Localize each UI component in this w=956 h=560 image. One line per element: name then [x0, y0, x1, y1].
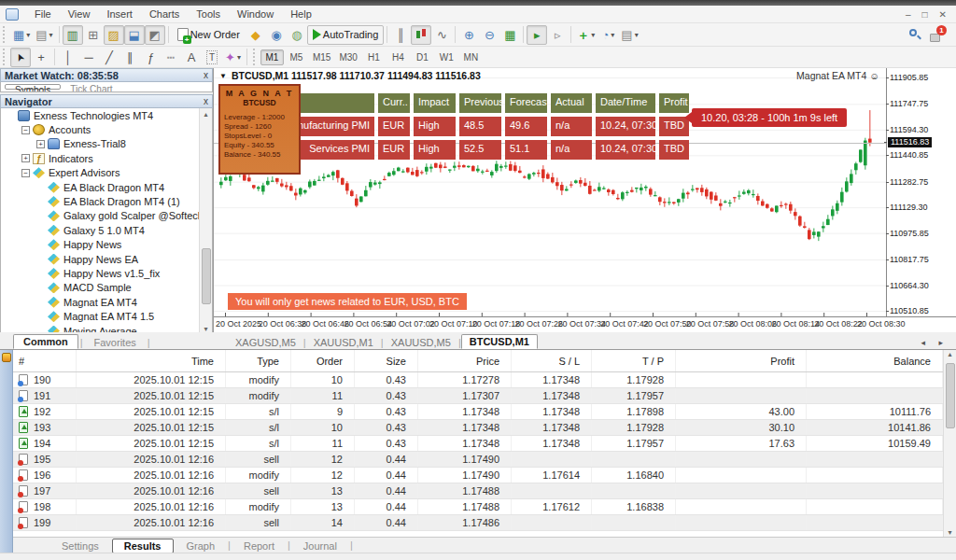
timeframe-button-m15[interactable]: M15 — [309, 49, 334, 65]
tester-row[interactable]: 1982025.10.01 12:16modify130.441.174881.… — [13, 499, 943, 515]
cursor-tool[interactable]: ➤ — [10, 48, 31, 67]
tree-item-magnat-ea-mt4[interactable]: Magnat EA MT4 — [1, 295, 212, 309]
tile-windows-button[interactable]: ▦ — [499, 25, 520, 45]
timeframe-button-m30[interactable]: M30 — [335, 49, 360, 65]
tester-row[interactable]: 1902025.10.01 12:15modify100.431.172781.… — [13, 372, 943, 388]
tree-item-exness-trial8[interactable]: +Exness-Trial8 — [1, 137, 212, 151]
tester-column-header[interactable]: Order — [291, 350, 355, 371]
menu-item-view[interactable]: View — [60, 7, 99, 21]
data-window-toggle[interactable]: ⊞ — [83, 25, 104, 45]
metaeditor-button[interactable]: ◆ — [246, 25, 266, 45]
tester-column-header[interactable]: Time — [77, 350, 226, 371]
tree-item-indicators[interactable]: +ƒIndicators — [1, 151, 212, 165]
chart-tab-xauusd-m1[interactable]: XAUUSD,M1 — [306, 336, 381, 349]
tester-column-header[interactable]: Type — [226, 350, 291, 371]
chart-expand-icon[interactable]: ▼ — [219, 72, 227, 80]
market-watch-tab-tick-chart[interactable]: Tick Chart — [64, 84, 118, 90]
timeframe-button-m5[interactable]: M5 — [285, 49, 308, 65]
tester-row[interactable]: 1912025.10.01 12:15modify110.431.173071.… — [13, 388, 943, 404]
close-icon[interactable]: x — [204, 96, 208, 106]
notifications-button[interactable]: 1 — [930, 27, 945, 42]
navigator-toggle[interactable]: ▨ — [104, 25, 124, 45]
timeframe-button-d1[interactable]: D1 — [411, 49, 434, 65]
search-icon[interactable] — [909, 29, 921, 40]
line-chart-button[interactable]: ∿ — [431, 25, 452, 45]
chart-shift-button[interactable]: ▹ — [547, 25, 568, 45]
tree-item-expert-advisors[interactable]: −Expert Advisors — [1, 166, 212, 180]
text-tool[interactable]: A — [181, 48, 202, 67]
tester-column-header[interactable]: # — [13, 350, 77, 371]
tester-tab-results[interactable]: Results — [112, 539, 174, 553]
market-watch-toggle[interactable]: ▥ — [63, 25, 83, 45]
auto-scroll-button[interactable]: ▸ — [527, 25, 547, 45]
toolbar-grip[interactable] — [3, 26, 7, 43]
menu-item-insert[interactable]: Insert — [98, 7, 141, 21]
zoom-in-button[interactable]: ⊕ — [458, 25, 479, 45]
trendline-tool[interactable]: ╱ — [99, 48, 120, 67]
strategy-tester-toggle[interactable]: ◩ — [145, 25, 165, 45]
new-chart-button[interactable]: ▦▾ — [10, 25, 33, 45]
tester-row[interactable]: 1952025.10.01 12:16sell120.441.17490 — [13, 452, 943, 468]
scrollbar-thumb[interactable] — [202, 248, 211, 304]
tester-row[interactable]: 1932025.10.01 12:15s/l100.431.173481.173… — [13, 420, 943, 436]
minimize-button[interactable]: – — [906, 9, 911, 20]
price-axis[interactable]: 111905.85111747.75111594.30111440.851112… — [886, 68, 956, 316]
tester-column-header[interactable]: Size — [355, 350, 418, 371]
restore-button[interactable]: □ — [922, 9, 928, 20]
timeframe-button-m1[interactable]: M1 — [260, 49, 284, 65]
navigator-tab-favorites[interactable]: Favorites — [85, 336, 146, 349]
tree-item-happy-news-ea[interactable]: Happy News EA — [1, 252, 212, 266]
tester-row[interactable]: 1972025.10.01 12:16sell130.441.17488 — [13, 483, 943, 499]
grid-lines-tool[interactable]: ┅ — [161, 48, 181, 67]
timeframe-button-w1[interactable]: W1 — [435, 49, 458, 65]
market-watch-tab-symbols[interactable]: Symbols — [5, 84, 61, 90]
bar-chart-button[interactable]: ║ — [390, 25, 411, 45]
toolbar-grip[interactable] — [253, 49, 258, 65]
market-watch-header[interactable]: Market Watch: 08:35:58 x — [0, 68, 213, 82]
tester-tab-graph[interactable]: Graph — [176, 539, 227, 553]
tree-item-happy-news-v1-5-fix[interactable]: Happy News v1.5_fix — [1, 266, 212, 280]
periods-button[interactable]: ◔▾ — [598, 25, 618, 45]
vertical-line-tool[interactable]: │ — [58, 48, 78, 67]
tester-tab-report[interactable]: Report — [232, 539, 286, 553]
collapse-icon[interactable]: − — [21, 126, 30, 134]
tester-side-strip[interactable]: Tester — [0, 350, 13, 553]
chart-tab-btcusd-m1[interactable]: BTCUSD,M1 — [461, 334, 538, 349]
menu-item-file[interactable]: File — [26, 7, 60, 21]
tree-item-happy-news[interactable]: Happy News — [1, 238, 212, 252]
channel-tool[interactable]: ∥ — [120, 48, 140, 67]
indicators-button[interactable]: ＋▾ — [574, 25, 598, 45]
navigator-tab-common[interactable]: Common — [13, 334, 78, 349]
tree-item-galaxy-5-1-0-mt4[interactable]: Galaxy 5 1.0 MT4 — [1, 223, 212, 237]
horizontal-line-tool[interactable]: ─ — [78, 48, 99, 67]
timeframe-button-mn[interactable]: MN — [459, 49, 483, 65]
zoom-out-button[interactable]: ⊖ — [479, 25, 499, 45]
time-axis[interactable]: 20 Oct 202520 Oct 06:3820 Oct 06:4620 Oc… — [214, 316, 956, 329]
tester-row[interactable]: 1962025.10.01 12:16modify120.441.174901.… — [13, 468, 943, 483]
chart-tab-xagusd-m5[interactable]: XAGUSD,M5 — [228, 336, 303, 349]
timeframe-button-h1[interactable]: H1 — [362, 49, 386, 65]
tree-item-ea-black-dragon-mt4-1-[interactable]: EA Black Dragon MT4 (1) — [1, 194, 212, 208]
tester-column-header[interactable]: Price — [418, 350, 512, 371]
timeframe-button-h4[interactable]: H4 — [387, 49, 410, 65]
close-icon[interactable]: x — [204, 70, 208, 80]
templates-button[interactable]: ▤▾ — [618, 25, 640, 45]
tree-item-accounts[interactable]: −Accounts — [1, 122, 212, 136]
candlestick-chart-button[interactable] — [411, 25, 431, 45]
tester-row[interactable]: 1992025.10.01 12:16sell140.441.17486 — [13, 515, 943, 531]
profiles-button[interactable]: ▤▾ — [33, 25, 55, 45]
menu-item-charts[interactable]: Charts — [141, 7, 188, 21]
close-button[interactable]: ✕ — [939, 9, 947, 20]
scroll-down-icon[interactable]: ▾ — [944, 528, 956, 537]
navigator-scrollbar[interactable]: ▴ ▾ — [199, 108, 212, 335]
tree-item-galaxy-gold-scalper-softechfx-r[interactable]: Galaxy gold Scalper @SoftechFX_R — [1, 209, 212, 223]
menu-item-tools[interactable]: Tools — [188, 7, 229, 21]
crosshair-tool[interactable]: + — [31, 48, 51, 67]
expand-icon[interactable]: + — [36, 140, 45, 148]
community-button[interactable]: ◍ — [287, 25, 307, 45]
autotrading-button[interactable]: AutoTrading — [307, 25, 385, 45]
arrows-tool[interactable]: ✦▾ — [222, 48, 244, 67]
tester-column-header[interactable]: S / L — [512, 350, 592, 371]
scroll-up-icon[interactable]: ▴ — [944, 350, 956, 358]
tester-column-header[interactable]: T / P — [592, 350, 676, 371]
